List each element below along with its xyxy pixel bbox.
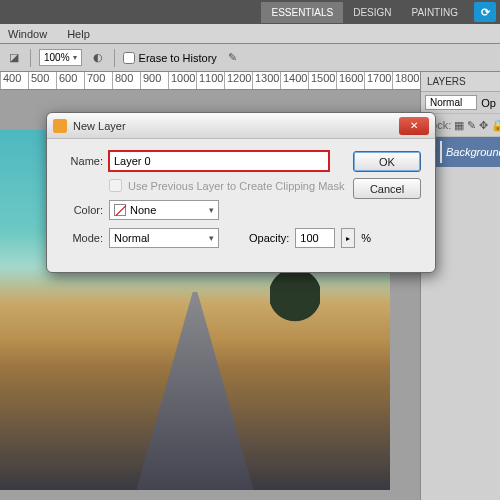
- lock-all-icon[interactable]: 🔒: [491, 117, 500, 133]
- name-label: Name:: [61, 155, 103, 167]
- blend-mode-select[interactable]: Normal: [425, 95, 477, 110]
- workspace-painting[interactable]: Painting: [402, 2, 468, 23]
- close-icon[interactable]: ✕: [399, 117, 429, 135]
- erase-history-checkbox[interactable]: Erase to History: [123, 52, 217, 64]
- menu-window[interactable]: Window: [8, 28, 47, 40]
- workspace-essentials[interactable]: Essentials: [261, 2, 343, 23]
- dialog-title: New Layer: [73, 120, 399, 132]
- opacity-abbrev: Op: [481, 97, 496, 109]
- layer-thumbnail[interactable]: [440, 141, 442, 163]
- clipping-mask-checkbox: [109, 179, 122, 192]
- layers-tab[interactable]: Layers: [421, 72, 500, 92]
- color-label: Color:: [61, 204, 103, 216]
- lock-transparency-icon[interactable]: ▦: [454, 117, 464, 133]
- workspace-design[interactable]: Design: [343, 2, 401, 23]
- none-swatch-icon: [114, 204, 126, 216]
- opacity-input[interactable]: [295, 228, 335, 248]
- new-layer-dialog: New Layer ✕ OK Cancel Name: Use Previous…: [46, 112, 436, 273]
- brush-preset-icon[interactable]: ◐: [90, 50, 106, 66]
- lock-pixels-icon[interactable]: ✎: [467, 117, 476, 133]
- name-input[interactable]: [109, 151, 329, 171]
- zoom-select[interactable]: 100%: [39, 49, 82, 66]
- erase-history-label: Erase to History: [139, 52, 217, 64]
- menu-help[interactable]: Help: [67, 28, 90, 40]
- layer-name-label: Background: [446, 146, 500, 158]
- eraser-tool-icon[interactable]: ◪: [6, 50, 22, 66]
- dialog-titlebar[interactable]: New Layer ✕: [47, 113, 435, 139]
- ok-button[interactable]: OK: [353, 151, 421, 172]
- color-select[interactable]: None: [109, 200, 219, 220]
- cancel-button[interactable]: Cancel: [353, 178, 421, 199]
- opacity-stepper[interactable]: ▸: [341, 228, 355, 248]
- erase-history-input[interactable]: [123, 52, 135, 64]
- opacity-suffix: %: [361, 232, 371, 244]
- opacity-label: Opacity:: [249, 232, 289, 244]
- clipping-mask-label: Use Previous Layer to Create Clipping Ma…: [128, 180, 344, 192]
- cs-live-icon[interactable]: ⟳: [474, 2, 496, 22]
- road-graphic: [137, 292, 254, 490]
- mode-label: Mode:: [61, 232, 103, 244]
- color-value: None: [130, 204, 156, 216]
- pressure-icon[interactable]: ✎: [225, 50, 241, 66]
- lock-position-icon[interactable]: ✥: [479, 117, 488, 133]
- divider: [114, 49, 115, 67]
- mode-select[interactable]: Normal: [109, 228, 219, 248]
- dialog-icon: [53, 119, 67, 133]
- divider: [30, 49, 31, 67]
- mode-value: Normal: [114, 232, 149, 244]
